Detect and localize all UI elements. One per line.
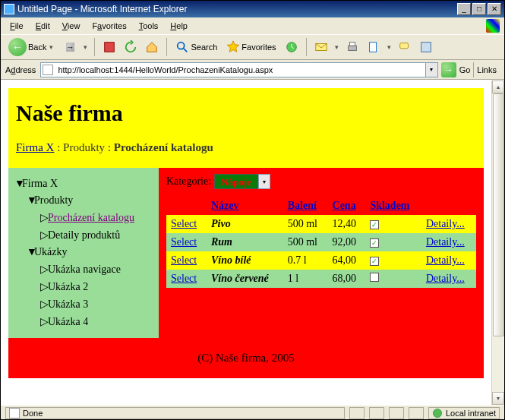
breadcrumb-mid: Produkty [63, 141, 105, 153]
svg-point-10 [433, 409, 441, 417]
status-cell [349, 407, 365, 419]
sidebar-item-ukazka2[interactable]: ▷Ukázka 2 [14, 278, 153, 295]
back-dropdown-icon[interactable]: ▾ [48, 43, 55, 51]
stock-checkbox[interactable]: ✓ [370, 238, 379, 248]
select-link[interactable]: Select [171, 273, 197, 284]
mail-button[interactable] [312, 38, 330, 56]
col-stock[interactable]: Skladem [365, 197, 421, 215]
refresh-button[interactable] [122, 38, 140, 56]
discuss-button[interactable] [396, 38, 414, 56]
select-link[interactable]: Select [171, 236, 197, 248]
stock-checkbox[interactable]: ✓ [370, 220, 379, 229]
table-row: Select Víno červené 1 l 68,00 Detaily... [166, 270, 476, 288]
search-label: Search [191, 43, 217, 52]
titlebar: Untitled Page - Microsoft Internet Explo… [1, 1, 504, 17]
col-name[interactable]: Název [207, 197, 283, 215]
detail-link[interactable]: Detaily... [426, 273, 465, 284]
forward-button[interactable]: → [61, 38, 79, 56]
cell-pack: 500 ml [283, 215, 328, 233]
col-price[interactable]: Cena [328, 197, 366, 215]
svg-rect-7 [369, 43, 376, 52]
cell-name: Rum [207, 233, 283, 251]
svg-rect-6 [349, 43, 355, 46]
category-select[interactable]: Nápoje ▾ [214, 174, 270, 189]
stock-checkbox[interactable] [370, 273, 379, 282]
home-button[interactable] [143, 38, 161, 56]
table-row: Select Pivo 500 ml 12,40 ✓ Detaily... [166, 215, 476, 233]
site-title: Naše firma [16, 100, 476, 126]
select-link[interactable]: Select [171, 254, 197, 266]
forward-dropdown-icon[interactable]: ▾ [82, 43, 89, 51]
detail-link[interactable]: Detaily... [426, 236, 465, 248]
sidebar-item-prochazeni[interactable]: ▷Procházení katalogu [14, 209, 153, 226]
sidebar-item-ukazka3[interactable]: ▷Ukázka 3 [14, 295, 153, 313]
select-link[interactable]: Select [171, 218, 197, 229]
sidebar-item-detaily[interactable]: ▷Detaily produktů [14, 226, 153, 244]
maximize-button[interactable]: □ [472, 3, 486, 15]
sidebar-item-ukazka-nav[interactable]: ▷Ukázka navigace [14, 261, 153, 278]
page-header: Naše firma Firma X : Produkty : Procháze… [8, 88, 484, 168]
star-icon [226, 40, 240, 54]
address-bar: Address ▾ → Go Links [1, 60, 504, 80]
edit-button[interactable] [365, 38, 383, 56]
cell-name: Pivo [207, 215, 283, 233]
scroll-down-button[interactable]: ▾ [492, 392, 504, 405]
cell-price: 92,00 [328, 233, 366, 251]
separator [166, 38, 167, 56]
address-dropdown-button[interactable]: ▾ [426, 62, 438, 77]
menu-edit[interactable]: Edit [31, 20, 55, 32]
status-zone: Local intranet [428, 407, 500, 419]
back-label: Back [28, 43, 46, 52]
sidebar-item-ukazka4[interactable]: ▷Ukázka 4 [14, 313, 153, 330]
sidebar-item-firma[interactable]: ▼Firma X [14, 175, 153, 192]
col-pack[interactable]: Balení [283, 197, 328, 215]
page-favicon-icon [43, 65, 53, 75]
status-cell [409, 407, 424, 419]
menu-tools[interactable]: Tools [134, 20, 163, 32]
back-button[interactable]: ← Back ▾ [5, 36, 58, 58]
scroll-up-button[interactable]: ▴ [492, 81, 504, 93]
menu-favorites[interactable]: Favorites [87, 20, 131, 32]
detail-link[interactable]: Detaily... [426, 218, 465, 229]
cell-pack: 1 l [283, 270, 328, 288]
cell-pack: 500 ml [283, 233, 328, 251]
sidebar-item-produkty[interactable]: ▼Produkty [14, 192, 153, 209]
menu-view[interactable]: View [58, 20, 85, 32]
sidebar-item-ukazky[interactable]: ▼Ukázky [14, 244, 153, 261]
cell-price: 12,40 [328, 215, 366, 233]
edit-dropdown-icon[interactable]: ▾ [386, 43, 393, 51]
go-label: Go [459, 65, 471, 74]
menu-file[interactable]: File [5, 20, 28, 32]
ie-icon [4, 4, 14, 14]
stop-button[interactable] [100, 38, 118, 56]
breadcrumb-current: Procházení katalogu [114, 141, 213, 153]
cell-pack: 0.7 l [283, 251, 328, 270]
favorites-button[interactable]: Favorites [223, 39, 279, 55]
intranet-icon [432, 408, 443, 418]
print-button[interactable] [343, 38, 361, 56]
chevron-down-icon: ▾ [258, 174, 270, 189]
cell-price: 68,00 [328, 270, 366, 288]
close-button[interactable]: ✕ [488, 3, 501, 15]
research-button[interactable] [417, 38, 435, 56]
page-favicon-icon [9, 408, 20, 418]
go-button[interactable]: → [441, 62, 456, 77]
vertical-scrollbar[interactable]: ▴ ▾ [491, 81, 504, 405]
toolbar: ← Back ▾ → ▾ Search Favorites ▾ ▾ [1, 34, 504, 60]
history-button[interactable] [282, 38, 301, 56]
breadcrumb-root-link[interactable]: Firma X [16, 141, 54, 153]
menubar: File Edit View Favorites Tools Help [1, 17, 504, 34]
forward-arrow-icon: → [66, 43, 74, 52]
minimize-button[interactable]: _ [457, 3, 471, 15]
detail-link[interactable]: Detaily... [426, 254, 465, 266]
browser-viewport: Naše firma Firma X : Produkty : Procháze… [1, 80, 504, 405]
links-toolbar[interactable]: Links [473, 62, 500, 77]
scroll-thumb[interactable] [493, 93, 504, 336]
mail-dropdown-icon[interactable]: ▾ [333, 43, 340, 51]
menu-help[interactable]: Help [166, 20, 192, 32]
address-input[interactable] [40, 62, 425, 77]
sidebar-nav: ▼Firma X ▼Produkty ▷Procházení katalogu … [8, 168, 159, 338]
search-button[interactable]: Search [172, 39, 220, 55]
stock-checkbox[interactable]: ✓ [370, 257, 379, 266]
cell-name: Víno bílé [207, 251, 283, 270]
